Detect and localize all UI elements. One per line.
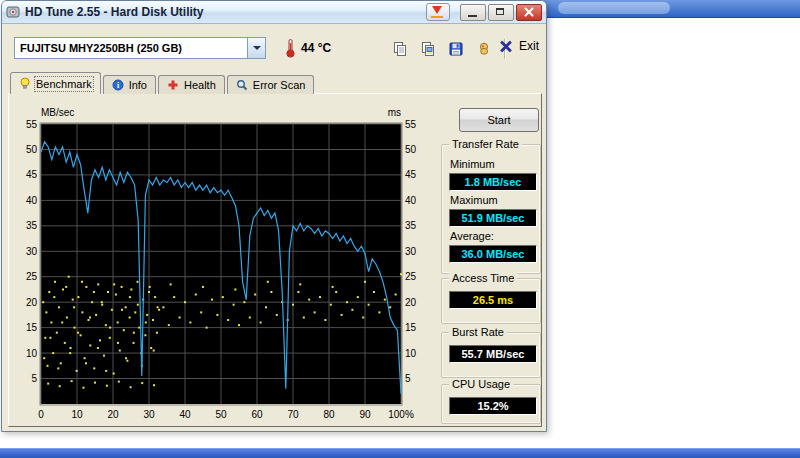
exit-x-icon [499,39,513,53]
tab-strip: Benchmark i Info Health Error Scan [10,72,316,94]
thermometer-icon [285,38,296,58]
maximize-icon [496,8,504,15]
svg-text:5: 5 [31,373,37,384]
health-cross-icon [167,79,179,91]
lightbulb-icon [19,77,31,90]
svg-text:45: 45 [26,169,38,180]
download-icon[interactable] [426,3,450,21]
hand-icon [476,41,492,57]
burst-rate-caption: Burst Rate [449,326,507,338]
svg-text:60: 60 [251,409,263,420]
svg-text:45: 45 [405,169,417,180]
svg-text:25: 25 [26,271,38,282]
svg-text:15: 15 [405,322,417,333]
svg-text:50: 50 [215,409,227,420]
titlebar[interactable]: HD Tune 2.55 - Hard Disk Utility [2,1,546,24]
app-icon [6,5,20,19]
transfer-rate-group: Transfer Rate Minimum 1.8 MB/sec Maximum… [441,144,541,274]
save-button[interactable] [444,38,468,60]
svg-text:35: 35 [26,220,38,231]
access-time-caption: Access Time [449,272,517,284]
start-button[interactable]: Start [459,108,539,132]
svg-text:35: 35 [405,220,417,231]
svg-text:30: 30 [26,246,38,257]
minimize-icon [468,15,477,17]
info-icon: i [112,79,124,91]
download-arrow-icon [432,6,442,14]
chevron-down-icon [253,46,261,50]
svg-text:10: 10 [71,409,83,420]
svg-text:40: 40 [26,195,38,206]
svg-text:70: 70 [287,409,299,420]
magnifier-icon [236,79,248,91]
average-label: Average: [450,230,535,242]
close-button[interactable] [516,4,542,21]
svg-text:10: 10 [26,348,38,359]
svg-text:100%: 100% [388,409,414,420]
svg-text:25: 25 [405,271,417,282]
tab-health-label: Health [184,79,216,91]
background-window-button [558,2,670,14]
svg-text:40: 40 [179,409,191,420]
cpu-usage-value: 15.2% [449,397,537,415]
taskbar[interactable] [0,448,800,458]
access-time-value: 26.5 ms [449,291,537,309]
tab-health[interactable]: Health [158,75,225,94]
svg-text:55: 55 [26,119,38,130]
transfer-rate-caption: Transfer Rate [449,138,522,150]
svg-text:20: 20 [26,297,38,308]
average-value: 36.0 MB/sec [449,245,537,263]
window-title: HD Tune 2.55 - Hard Disk Utility [25,5,203,19]
hdtune-window: HD Tune 2.55 - Hard Disk Utility FUJITSU… [1,0,547,432]
minimum-value: 1.8 MB/sec [449,173,537,191]
download-base-icon [431,16,443,18]
copy-button[interactable] [388,38,412,60]
svg-text:20: 20 [107,409,119,420]
access-time-group: Access Time 26.5 ms [441,278,541,324]
maximum-value: 51.9 MB/sec [449,209,537,227]
copy-image-button[interactable] [416,38,440,60]
temperature-display: 44 °C [285,37,331,59]
svg-text:10: 10 [405,348,417,359]
temperature-value: 44 °C [301,41,331,55]
svg-text:ms: ms [388,107,401,118]
options-button[interactable] [472,38,496,60]
svg-text:5: 5 [405,373,411,384]
svg-text:30: 30 [143,409,155,420]
svg-text:90: 90 [359,409,371,420]
drive-select-dropdown-button[interactable] [247,38,265,58]
svg-text:15: 15 [26,322,38,333]
svg-text:40: 40 [405,195,417,206]
drive-select[interactable]: FUJITSU MHY2250BH (250 GB) [14,37,266,59]
svg-text:0: 0 [38,409,44,420]
svg-text:50: 50 [26,144,38,155]
save-icon [448,41,464,57]
maximum-label: Maximum [450,194,535,206]
svg-text:50: 50 [405,144,417,155]
tab-error-scan[interactable]: Error Scan [227,75,315,94]
cpu-usage-group: CPU Usage 15.2% [441,384,541,424]
svg-text:80: 80 [323,409,335,420]
svg-text:55: 55 [405,119,417,130]
tab-info[interactable]: i Info [103,75,156,94]
tab-info-label: Info [129,79,147,91]
svg-text:30: 30 [405,246,417,257]
copy-image-icon [420,41,436,57]
tab-benchmark-label: Benchmark [36,78,92,90]
minimum-label: Minimum [450,158,535,170]
maximize-button[interactable] [488,4,514,21]
benchmark-chart: 5555505045454040353530302525202015151010… [11,104,437,422]
drive-select-value: FUJITSU MHY2250BH (250 GB) [15,42,247,54]
tab-benchmark[interactable]: Benchmark [10,72,101,94]
tab-error-scan-label: Error Scan [253,79,306,91]
minimize-button[interactable] [460,4,486,21]
svg-text:MB/sec: MB/sec [41,107,74,118]
benchmark-panel: 5555505045454040353530302525202015151010… [8,93,542,427]
exit-button[interactable]: Exit [499,39,539,53]
burst-rate-value: 55.7 MB/sec [449,345,537,363]
cpu-usage-caption: CPU Usage [449,378,513,390]
copy-icon [392,41,408,57]
svg-text:20: 20 [405,297,417,308]
burst-rate-group: Burst Rate 55.7 MB/sec [441,332,541,378]
exit-label: Exit [519,39,539,53]
